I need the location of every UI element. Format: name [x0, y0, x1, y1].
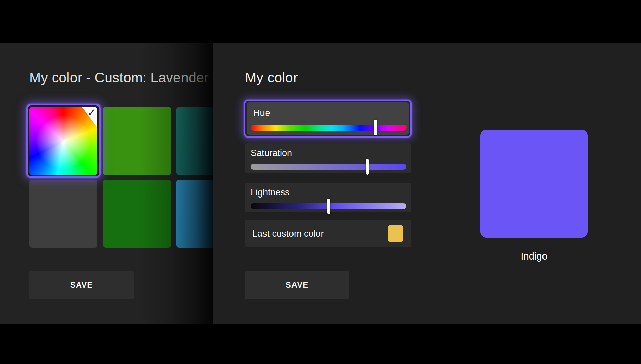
hue-thumb[interactable]	[374, 120, 377, 135]
lightness-track[interactable]	[251, 203, 406, 209]
last-custom-color-label: Last custom color	[252, 228, 324, 239]
swatch-teal[interactable]	[176, 107, 213, 175]
swatch-custom-spectrum[interactable]: ✓	[26, 104, 101, 178]
saturation-track[interactable]	[251, 164, 406, 170]
save-button-left-label: SAVE	[70, 280, 93, 290]
color-grid-panel: My color - Custom: Lavender ✓ SAVE	[0, 43, 213, 324]
selected-corner-badge: ✓	[82, 107, 97, 128]
swatch-green[interactable]	[103, 107, 171, 175]
custom-color-panel: My color Hue Saturation Lightness Last c…	[213, 43, 641, 324]
swatch-blue[interactable]	[176, 180, 213, 248]
color-preview-swatch	[480, 130, 588, 238]
swatch-dark-green[interactable]	[103, 180, 171, 248]
hue-label: Hue	[253, 108, 270, 118]
hue-focus-ring: Hue	[244, 100, 412, 138]
save-button[interactable]: SAVE	[245, 271, 349, 299]
swatch-dark-gray[interactable]	[29, 180, 97, 248]
left-panel-title: My color - Custom: Lavender	[29, 70, 209, 86]
last-custom-color-row[interactable]: Last custom color	[245, 220, 411, 247]
lightness-thumb[interactable]	[327, 199, 330, 214]
color-preview-name: Indigo	[480, 251, 588, 262]
saturation-label: Saturation	[251, 148, 292, 158]
lightness-slider-row[interactable]: Lightness	[245, 183, 411, 212]
spectrum-swatch: ✓	[29, 107, 97, 175]
settings-stage: My color - Custom: Lavender ✓ SAVE My co…	[0, 43, 641, 324]
lightness-label: Lightness	[251, 187, 290, 198]
hue-slider-row[interactable]: Hue	[247, 102, 409, 135]
save-button-left[interactable]: SAVE	[29, 271, 134, 299]
checkmark-icon: ✓	[87, 107, 96, 119]
last-custom-color-swatch	[388, 225, 403, 242]
right-panel-title: My color	[245, 70, 298, 86]
saturation-slider-row[interactable]: Saturation	[245, 143, 411, 173]
save-button-label: SAVE	[286, 280, 309, 290]
saturation-thumb[interactable]	[366, 159, 369, 175]
hue-track[interactable]	[251, 125, 407, 131]
